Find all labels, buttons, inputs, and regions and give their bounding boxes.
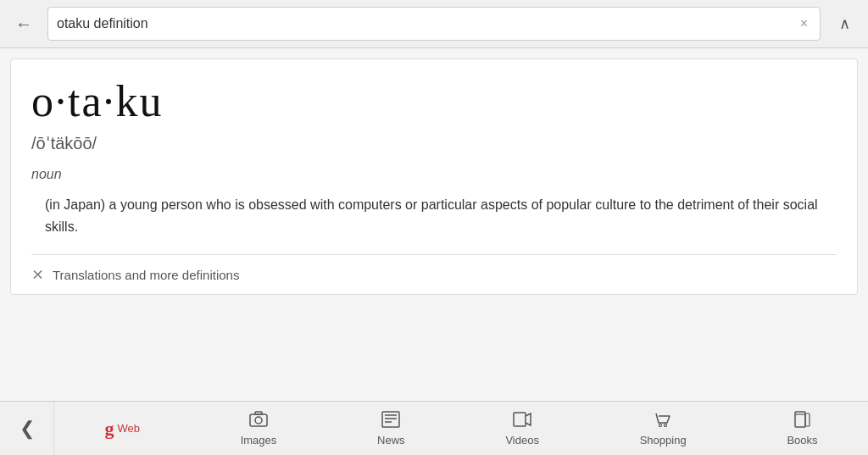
search-input-wrapper: × [47,7,821,41]
nav-item-news[interactable]: News [370,411,412,447]
nav-label-web: Web [117,422,140,435]
pronunciation: /ōˈtäkōō/ [31,133,837,153]
svg-point-9 [665,424,667,426]
nav-item-images[interactable]: Images [234,411,284,447]
part-of-speech: noun [31,167,837,182]
back-button[interactable]: ← [8,8,39,39]
nav-items: g Web Images [54,402,868,455]
nav-label-images: Images [241,434,277,447]
nav-item-shopping[interactable]: Shopping [633,411,693,447]
nav-item-web[interactable]: g Web [97,418,147,440]
definition-card: o·ta·ku /ōˈtäkōō/ noun (in Japan) a youn… [10,58,858,295]
books-icon [793,411,811,432]
clear-button[interactable]: × [797,16,811,31]
video-icon [513,411,531,432]
svg-point-8 [659,424,662,426]
nav-label-shopping: Shopping [640,434,687,447]
svg-point-1 [255,417,262,424]
shopping-icon [654,411,672,432]
card-footer[interactable]: ⨯ Translations and more definitions [31,254,837,294]
word-title: o·ta·ku [31,76,837,126]
camera-icon [249,411,268,432]
svg-rect-0 [250,414,267,426]
nav-back-button[interactable]: ❮ [0,402,54,456]
bottom-nav: ❮ g Web Images [0,401,868,455]
svg-rect-3 [382,412,399,427]
news-icon [381,411,400,432]
nav-item-videos[interactable]: Videos [498,411,546,447]
chevron-down-icon: ⨯ [31,265,44,284]
address-bar: ← × ∧ [0,0,868,48]
google-g-icon: g [104,418,114,440]
nav-label-videos: Videos [505,434,539,447]
nav-item-books[interactable]: Books [780,411,824,447]
footer-text: Translations and more definitions [53,268,239,282]
definition-text: (in Japan) a young person who is obsesse… [31,194,837,237]
expand-button[interactable]: ∧ [829,8,860,39]
nav-label-books: Books [787,434,817,447]
search-input[interactable] [57,16,797,31]
content-area: o·ta·ku /ōˈtäkōō/ noun (in Japan) a youn… [0,48,868,401]
svg-rect-7 [514,413,526,426]
svg-rect-2 [255,412,262,414]
nav-label-news: News [377,434,405,447]
